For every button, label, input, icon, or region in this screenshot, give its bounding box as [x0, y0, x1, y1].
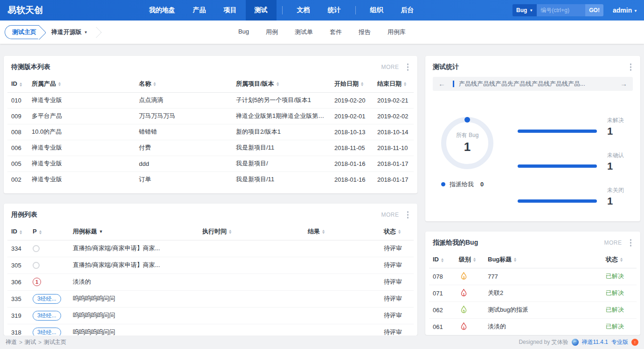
- nav-item[interactable]: 统计: [319, 0, 350, 21]
- table-row[interactable]: 318 3经经... 呜呜呜呜呜问问 待评审: [7, 324, 414, 335]
- nav-item[interactable]: 产品: [184, 0, 215, 21]
- column-header[interactable]: 状态▲▼: [380, 224, 414, 240]
- kebab-menu-icon[interactable]: [629, 238, 633, 248]
- column-header[interactable]: 所属项目/版本▲▼: [232, 76, 331, 93]
- footer-breadcrumb-item[interactable]: 测试: [25, 338, 36, 346]
- edition-link[interactable]: 专业版: [611, 338, 628, 346]
- prev-product-arrow-icon[interactable]: ←: [438, 80, 445, 87]
- table-row[interactable]: 062 5 测试bug的指派 已解决: [429, 301, 637, 318]
- cell-product: 10.0的产品: [28, 124, 135, 140]
- brand-logo[interactable]: 易软天创: [0, 4, 50, 16]
- table-row[interactable]: 071 1 关联2 已解决: [429, 285, 637, 301]
- column-header[interactable]: 名称▲▼: [135, 76, 232, 93]
- upgrade-icon[interactable]: ↑: [631, 339, 638, 346]
- go-button[interactable]: GO!: [585, 4, 603, 16]
- product-name[interactable]: 产品线产品线产品先产品线产品线产品线产品...: [459, 80, 616, 88]
- search-type-dropdown[interactable]: Bug ▼: [512, 4, 537, 16]
- column-header[interactable]: 所属产品▲▼: [28, 76, 135, 93]
- cell-name[interactable]: 万马万马万马: [135, 108, 232, 124]
- breadcrumb-test-home[interactable]: 测试主页: [5, 25, 39, 39]
- cell-case-title[interactable]: 呜呜呜呜呜问问: [69, 324, 199, 335]
- cell-name[interactable]: 点点滴滴: [135, 92, 232, 108]
- cell-case-title[interactable]: 呜呜呜呜呜问问: [69, 307, 199, 324]
- column-header[interactable]: Bug标题▲▼: [484, 252, 602, 268]
- column-header[interactable]: ID▲▼: [429, 252, 455, 268]
- nav-item[interactable]: 后台: [392, 0, 423, 21]
- cell-name[interactable]: 订单: [135, 171, 232, 187]
- cell-start-date: 2019-02-20: [331, 92, 374, 108]
- cell-case-title[interactable]: 呜呜呜呜呜问问: [69, 290, 199, 307]
- next-product-arrow-icon[interactable]: →: [620, 80, 627, 87]
- cell-id: 305: [7, 257, 29, 274]
- nav-item[interactable]: 文档: [288, 0, 319, 21]
- cell-bug-title[interactable]: 777: [484, 268, 602, 285]
- kebab-menu-icon[interactable]: [406, 62, 410, 72]
- table-row[interactable]: 334 直播拍/商家端/商家申请】商家... 待评审: [7, 240, 414, 257]
- column-header[interactable]: P▲▼: [29, 224, 69, 240]
- cell-result: [304, 324, 380, 335]
- search-input[interactable]: [537, 4, 585, 16]
- cell-name[interactable]: 错错错: [135, 124, 232, 140]
- product-selector[interactable]: 禅道开源版 ▼: [51, 28, 88, 36]
- legend-label: 指派给我: [450, 180, 474, 189]
- table-row[interactable]: 006禅道专业版付费我是新项目/112018-11-052018-11-10: [7, 140, 414, 156]
- svg-text:3: 3: [463, 275, 465, 280]
- cell-case-title[interactable]: 直播拍/商家端/商家申请】商家...: [69, 257, 199, 274]
- table-row[interactable]: 306 1 淡淡的 待评审: [7, 274, 414, 290]
- cell-bug-title[interactable]: 关联2: [484, 285, 602, 301]
- column-header[interactable]: ID▲▼: [7, 224, 29, 240]
- cell-product: 禅道专业版: [28, 171, 135, 187]
- module-tab[interactable]: 测试单: [295, 28, 313, 36]
- svg-text:1: 1: [463, 292, 465, 296]
- module-tab[interactable]: 用例: [266, 28, 278, 36]
- column-header[interactable]: 结束日期▲▼: [374, 76, 414, 93]
- more-link[interactable]: MORE: [381, 64, 399, 70]
- cell-priority: [29, 257, 69, 274]
- table-row[interactable]: 061 1 淡淡的 已解决: [429, 318, 637, 335]
- column-header[interactable]: 级别▲▼: [455, 252, 484, 268]
- footer-breadcrumb-item[interactable]: 禅道: [6, 338, 17, 346]
- user-menu[interactable]: admin ▼: [613, 7, 637, 14]
- cell-case-title[interactable]: 淡淡的: [69, 274, 199, 290]
- vendor-link[interactable]: 艾体验: [552, 339, 568, 345]
- module-tab[interactable]: 报告: [359, 28, 371, 36]
- nav-item[interactable]: 测试: [246, 0, 277, 21]
- version-link[interactable]: 禅道11.4.1: [582, 338, 608, 346]
- column-header[interactable]: 用例标题▼: [69, 224, 199, 240]
- zentao-logo-icon[interactable]: [572, 339, 579, 346]
- cell-exec-time: [199, 290, 304, 307]
- nav-item[interactable]: 我的地盘: [140, 0, 184, 21]
- column-header[interactable]: 状态▲▼: [602, 252, 637, 268]
- footer-breadcrumb-item[interactable]: 测试主页: [44, 338, 66, 346]
- column-header[interactable]: 开始日期▲▼: [331, 76, 374, 93]
- table-row[interactable]: 305 直播拍/商家端/商家申请】商家... 待评审: [7, 257, 414, 274]
- cell-project-build: 我是新项目/: [232, 156, 331, 171]
- cell-bug-title[interactable]: 测试bug的指派: [484, 301, 602, 318]
- module-tab[interactable]: Bug: [238, 28, 249, 36]
- cell-name[interactable]: ddd: [135, 156, 232, 171]
- table-row[interactable]: 335 3经经... 呜呜呜呜呜问问 待评审: [7, 290, 414, 307]
- table-row[interactable]: 319 3经经... 呜呜呜呜呜问问 待评审: [7, 307, 414, 324]
- more-link[interactable]: MORE: [381, 212, 399, 218]
- cell-case-title[interactable]: 直播拍/商家端/商家申请】商家...: [69, 240, 199, 257]
- table-row[interactable]: 009多平台产品万马万马万马禅道企业版第1期禅道企业版第1期2019-02-01…: [7, 108, 414, 124]
- nav-item[interactable]: 组织: [361, 0, 392, 21]
- column-header[interactable]: 结果▲▼: [304, 224, 380, 240]
- cell-name[interactable]: 付费: [135, 140, 232, 156]
- kebab-menu-icon[interactable]: [406, 210, 410, 220]
- table-row[interactable]: 005禅道专业版ddd我是新项目/2018-01-162018-01-17: [7, 156, 414, 171]
- nav-item[interactable]: 项目: [215, 0, 246, 21]
- versions-panel: 待测版本列表 MORE ID▲▼所属产品▲▼名称▲▼所属项目/版本▲▼开始日期▲…: [4, 56, 417, 193]
- column-header[interactable]: ID▲▼: [7, 76, 28, 93]
- column-header[interactable]: 执行时间▲▼: [199, 224, 304, 240]
- cell-status: 待评审: [380, 290, 414, 307]
- module-tab[interactable]: 套件: [330, 28, 342, 36]
- more-link[interactable]: MORE: [604, 240, 622, 246]
- table-row[interactable]: 078 3 777 已解决: [429, 268, 637, 285]
- cell-bug-title[interactable]: 淡淡的: [484, 318, 602, 335]
- table-row[interactable]: 00810.0的产品错错错新的项目2/版本12018-10-132018-10-…: [7, 124, 414, 140]
- table-row[interactable]: 010禅道专业版点点滴滴子计划5的另一个项目/版本12019-02-202019…: [7, 92, 414, 108]
- module-tab[interactable]: 用例库: [388, 28, 406, 36]
- table-row[interactable]: 002禅道专业版订单我是新项目/112018-01-162018-01-17: [7, 171, 414, 187]
- kebab-menu-icon[interactable]: [629, 62, 633, 72]
